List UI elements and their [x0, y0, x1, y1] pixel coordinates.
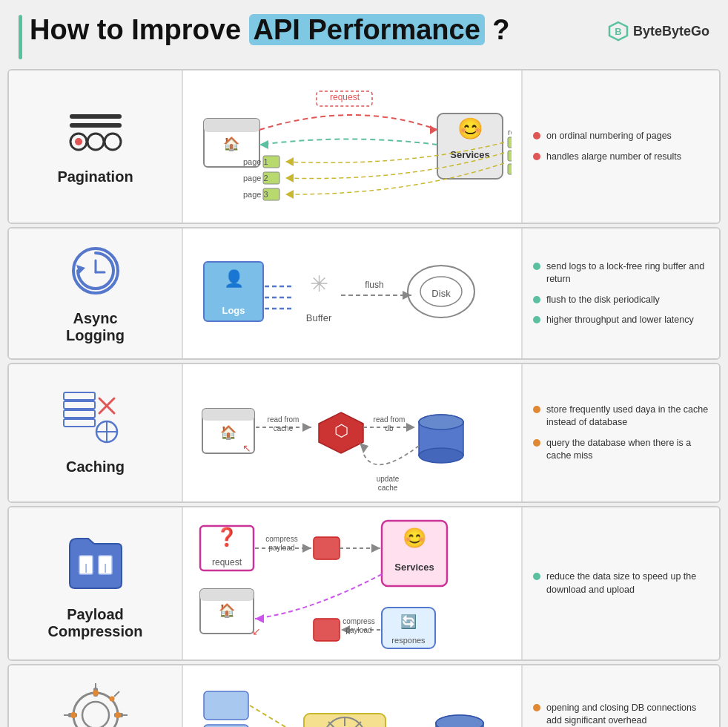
desc-text: reduce the data size to speed up the dow… [546, 570, 709, 596]
svg-text:page 1: page 1 [243, 157, 268, 166]
svg-text:db: db [385, 424, 394, 432]
svg-text:B: B [615, 26, 621, 37]
desc-item: higher throughput and lower latency [533, 314, 709, 327]
svg-text:Buffer: Buffer [306, 312, 332, 323]
diagram-async: 👤 Logs ✳ Buffer flush Disk [183, 228, 523, 358]
svg-point-75 [419, 415, 463, 430]
diagram-caching: 🏠 ↖ read from cache ⬡ read from db [183, 364, 523, 501]
title-post: ? [485, 14, 510, 45]
svg-text:request: request [330, 92, 360, 102]
svg-marker-63 [302, 423, 311, 432]
caching-icon [62, 391, 129, 447]
svg-text:Disk: Disk [431, 288, 451, 299]
svg-rect-59 [202, 409, 254, 421]
icon-cell-payload: | | Payload Compression [9, 507, 183, 659]
svg-point-115 [93, 690, 99, 696]
diagram-payload: ❓ request compress payload 😊 Services [183, 507, 523, 659]
desc-item: on ordinal numbering of pages [533, 130, 709, 143]
async-logging-icon [66, 243, 125, 298]
row-payload-compression: | | Payload Compression ❓ request compre… [7, 506, 721, 661]
svg-text:👤: 👤 [224, 269, 245, 289]
desc-item: query the database when there is a cache… [533, 437, 709, 463]
svg-text:🏠: 🏠 [223, 136, 240, 152]
svg-text:compress: compress [265, 535, 297, 543]
svg-marker-21 [259, 140, 268, 149]
connection-pool-icon [62, 682, 129, 728]
svg-text:Services: Services [394, 562, 434, 573]
title-highlight: API Performance [249, 14, 485, 45]
desc-text: send logs to a lock-free ring buffer and… [546, 260, 709, 286]
icon-cell-caching: Caching [9, 364, 183, 501]
svg-rect-18 [508, 151, 512, 161]
svg-text:|: | [104, 562, 106, 573]
svg-rect-127 [204, 691, 248, 720]
desc-caching: store frequently used daya in the cache … [523, 364, 719, 501]
svg-rect-101 [314, 619, 340, 641]
icon-cell-async: Async Logging [9, 228, 183, 358]
svg-text:❓: ❓ [216, 526, 238, 547]
main-grid: Pagination 🏠 request 😊 Services [7, 69, 721, 727]
bullet [533, 573, 540, 580]
svg-marker-24 [285, 157, 294, 166]
svg-marker-87 [302, 544, 311, 553]
row-connection-pool: Connection Pool [7, 664, 721, 727]
desc-item: handles alarge number of results [533, 151, 709, 164]
svg-marker-69 [406, 423, 415, 432]
svg-rect-97 [200, 589, 254, 601]
row-async-logging: Async Logging 👤 Logs ✳ Buffer flush [7, 227, 721, 360]
svg-point-5 [75, 138, 82, 145]
label-caching: Caching [66, 458, 125, 476]
svg-text:payload: payload [268, 544, 294, 552]
bullet [533, 263, 540, 270]
diagram-connection: connection pool [183, 665, 523, 727]
brand-name: ByteByteGo [633, 24, 709, 39]
desc-item: send logs to a lock-free ring buffer and… [533, 260, 709, 286]
label-async: Async Logging [66, 310, 125, 344]
svg-point-151 [436, 715, 483, 727]
svg-text:😊: 😊 [403, 526, 427, 550]
svg-text:page 3: page 3 [243, 190, 268, 199]
svg-marker-13 [430, 125, 437, 134]
svg-text:read from: read from [268, 415, 300, 424]
svg-point-110 [82, 702, 109, 728]
desc-item: reduce the data size to speed up the dow… [533, 570, 709, 596]
svg-text:😊: 😊 [457, 116, 483, 141]
svg-marker-95 [371, 544, 380, 553]
desc-item: flush to the disk periodically [533, 294, 709, 307]
bullet [533, 132, 540, 139]
payload-compression-icon: | | [66, 527, 125, 594]
svg-marker-30 [285, 190, 294, 199]
label-pagination: Pagination [57, 168, 133, 185]
row-caching: Caching 🏠 ↖ read from cache ⬡ [7, 363, 721, 503]
desc-item: opening and closing DB connections add s… [533, 702, 709, 727]
svg-text:✳: ✳ [310, 272, 328, 296]
bullet [533, 704, 540, 711]
desc-pagination: on ordinal numbering of pages handles al… [523, 70, 719, 223]
desc-text: query the database when there is a cache… [546, 437, 709, 463]
brand-icon: B [608, 21, 629, 42]
icon-cell-pagination: Pagination [9, 70, 183, 223]
svg-point-74 [419, 448, 463, 463]
svg-text:payload: payload [345, 626, 371, 634]
svg-point-6 [87, 134, 104, 150]
svg-rect-3 [70, 123, 122, 128]
svg-text:↖: ↖ [242, 442, 251, 454]
svg-rect-90 [314, 537, 340, 559]
svg-text:|: | [85, 562, 87, 573]
svg-text:🏠: 🏠 [219, 602, 236, 619]
svg-point-123 [109, 696, 114, 701]
desc-item: store frequently used daya in the cache … [533, 404, 709, 430]
title-pre: How to Improve [30, 14, 249, 45]
svg-rect-2 [70, 114, 122, 119]
desc-text: handles alarge number of results [546, 151, 681, 164]
svg-text:request: request [212, 557, 242, 568]
svg-text:update: update [377, 475, 400, 483]
bullet [533, 439, 540, 447]
bullet [533, 316, 540, 323]
desc-payload: reduce the data size to speed up the dow… [523, 507, 719, 659]
svg-rect-50 [64, 401, 95, 409]
svg-point-116 [115, 712, 121, 718]
bullet [533, 406, 540, 413]
svg-marker-76 [360, 443, 368, 453]
svg-text:cache: cache [378, 484, 398, 492]
